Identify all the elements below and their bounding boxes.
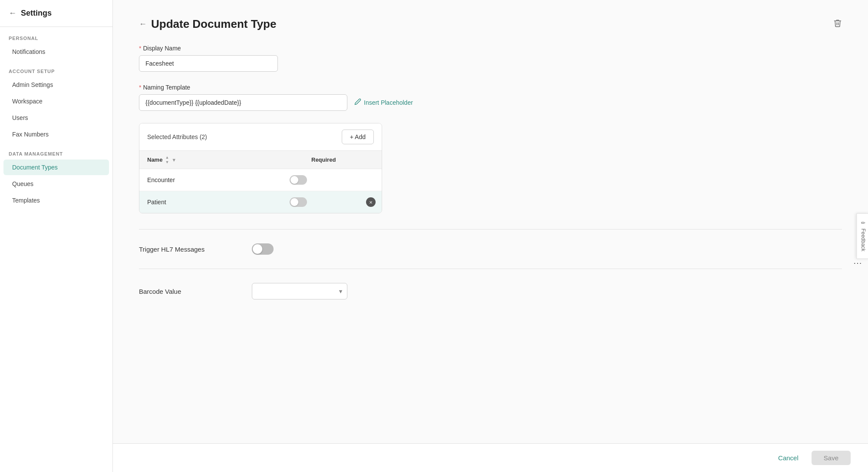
more-options-button[interactable]: ⋯ [853, 258, 863, 268]
sidebar-item-users[interactable]: Users [3, 110, 109, 126]
cancel-button[interactable]: Cancel [770, 451, 806, 465]
hl7-toggle-knob [253, 244, 262, 254]
filter-icon[interactable]: ▼ [172, 157, 176, 163]
insert-placeholder-button[interactable]: Insert Placeholder [354, 98, 413, 107]
content-area: ← Update Document Type * Display Name [113, 0, 868, 472]
patient-toggle-knob [290, 198, 298, 206]
barcode-row: Barcode Value ▾ [139, 283, 842, 299]
display-name-input[interactable] [139, 55, 278, 72]
attribute-required-patient [282, 191, 360, 213]
barcode-select-wrapper: ▾ [252, 283, 347, 299]
barcode-select[interactable] [252, 283, 347, 299]
naming-template-input[interactable] [139, 94, 347, 111]
encounter-toggle-knob [290, 176, 298, 184]
sidebar-item-templates[interactable]: Templates [3, 193, 109, 208]
sidebar-item-fax-numbers[interactable]: Fax Numbers [3, 126, 109, 142]
sidebar-item-queues[interactable]: Queues [3, 176, 109, 192]
sidebar-section-account-setup: ACCOUNT SETUP [0, 60, 112, 76]
page-back-arrow[interactable]: ← [139, 20, 147, 29]
attributes-container: Selected Attributes (2) + Add Name ▲ ▼ ▼… [139, 123, 382, 213]
sidebar-title: Settings [21, 9, 52, 18]
sidebar-header: ← Settings [0, 0, 112, 27]
patient-toggle[interactable] [290, 197, 307, 207]
table-column-headers: Name ▲ ▼ ▼ Required [139, 151, 382, 169]
hl7-label: Trigger HL7 Messages [139, 246, 243, 253]
patient-actions: × [360, 197, 382, 207]
main-area: ← Update Document Type * Display Name [113, 0, 868, 472]
naming-template-group: * Naming Template Insert Placeholder [139, 84, 842, 111]
hl7-row: Trigger HL7 Messages [139, 243, 842, 255]
delete-button[interactable] [833, 19, 842, 30]
insert-placeholder-icon [354, 98, 361, 107]
table-row: Encounter [139, 169, 382, 191]
sidebar-section-personal: PERSONAL [0, 27, 112, 43]
attributes-title: Selected Attributes (2) [147, 133, 207, 140]
sidebar-item-notifications[interactable]: Notifications [3, 44, 109, 60]
save-button[interactable]: Save [812, 451, 851, 465]
page-header: ← Update Document Type [139, 17, 842, 31]
add-attribute-button[interactable]: + Add [342, 130, 374, 144]
pencil-icon: ✏ [861, 220, 866, 226]
sidebar-section-data-management: DATA MANAGEMENT [0, 143, 112, 159]
display-name-label: * Display Name [139, 45, 842, 52]
sidebar-item-admin-settings[interactable]: Admin Settings [3, 77, 109, 93]
feedback-tab[interactable]: ✏ Feedback [857, 213, 868, 259]
hl7-toggle[interactable] [252, 243, 274, 255]
display-name-group: * Display Name [139, 45, 842, 72]
encounter-toggle[interactable] [290, 175, 307, 185]
sidebar-back-icon[interactable]: ← [9, 9, 17, 18]
barcode-label: Barcode Value [139, 288, 243, 295]
sidebar-item-document-types[interactable]: Document Types [3, 160, 109, 175]
feedback-label: Feedback [861, 229, 867, 252]
sidebar: ← Settings PERSONAL Notifications ACCOUN… [0, 0, 113, 472]
divider-1 [139, 229, 842, 229]
attribute-name-encounter: Encounter [139, 170, 282, 189]
attribute-name-patient: Patient [139, 193, 282, 212]
page-title: Update Document Type [151, 17, 276, 31]
divider-2 [139, 269, 842, 269]
attributes-header: Selected Attributes (2) + Add [139, 123, 382, 151]
remove-patient-button[interactable]: × [366, 197, 376, 207]
footer: Cancel Save [113, 443, 868, 472]
table-row: Patient × [139, 191, 382, 213]
sidebar-item-workspace[interactable]: Workspace [3, 93, 109, 109]
attribute-required-encounter [282, 169, 360, 191]
sort-icons[interactable]: ▲ ▼ [165, 155, 169, 164]
naming-template-label: * Naming Template [139, 84, 842, 91]
